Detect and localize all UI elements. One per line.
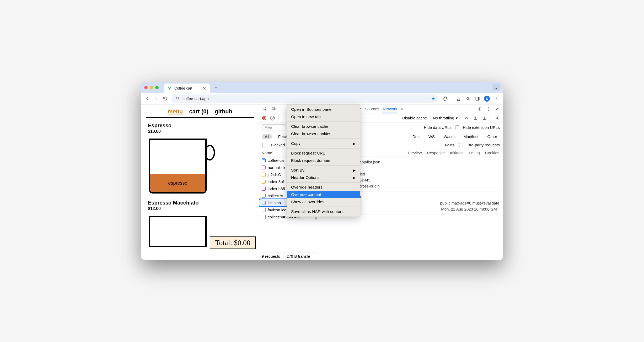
google-icon[interactable]: G <box>465 96 471 101</box>
product-name: Espresso Macchiato <box>148 200 252 206</box>
window-controls <box>144 86 159 89</box>
divider <box>278 115 279 121</box>
filter-wasm[interactable]: Wasm <box>441 134 457 139</box>
tab-sources[interactable]: Sources <box>365 107 379 111</box>
tabs-overflow-button[interactable]: ⌄ <box>492 84 500 91</box>
extensions-icon[interactable] <box>442 96 448 101</box>
product-card: Espresso $10.00 espresso <box>146 123 254 195</box>
new-tab-button[interactable]: + <box>214 85 218 91</box>
blocked-checkbox[interactable] <box>262 143 266 147</box>
submenu-arrow-icon: ▶ <box>353 168 356 172</box>
status-bar: 9 requests 279 B transfe <box>259 252 318 260</box>
menu-save-har[interactable]: Save all as HAR with content <box>287 208 360 215</box>
menu-open-new-tab[interactable]: Open in new tab <box>287 113 360 120</box>
total-button[interactable]: Total: $0.00 <box>210 236 256 249</box>
clear-button[interactable] <box>270 116 275 120</box>
menu-copy[interactable]: Copy▶ <box>287 140 360 147</box>
tab-preview[interactable]: Preview <box>408 151 422 155</box>
maximize-window-icon[interactable] <box>155 86 159 89</box>
blocked-label: Blocked <box>271 143 285 147</box>
svg-point-11 <box>497 117 498 119</box>
mug-body-icon <box>149 216 207 247</box>
forward-button[interactable] <box>154 96 159 101</box>
nav-github-link[interactable]: github <box>215 108 232 115</box>
hide-data-urls-label[interactable]: Hide data URLs <box>424 125 452 130</box>
sidepanel-icon[interactable] <box>475 96 480 101</box>
menu-block-domain[interactable]: Block request domain <box>287 157 360 164</box>
menu-override-headers[interactable]: Override headers <box>287 184 360 191</box>
tab-overflow[interactable]: » <box>401 107 403 111</box>
script-icon <box>262 180 266 184</box>
record-button[interactable] <box>262 116 266 120</box>
filter-doc[interactable]: Doc <box>410 134 422 139</box>
import-har-icon[interactable] <box>473 115 478 121</box>
tab-timing[interactable]: Timing <box>468 151 480 155</box>
filter-ws[interactable]: WS <box>426 134 437 139</box>
bookmark-star-icon[interactable]: ★ <box>432 96 435 101</box>
svg-rect-1 <box>176 98 177 99</box>
menu-override-content[interactable]: Override content <box>287 191 360 198</box>
tab-response[interactable]: Response <box>427 151 445 155</box>
svg-rect-8 <box>272 107 275 109</box>
throttling-select[interactable]: No throttling ▾ <box>431 115 460 121</box>
disable-cache-label[interactable]: Disable cache <box>402 116 427 120</box>
page-nav: menu cart (0) github <box>146 107 254 118</box>
third-party-checkbox[interactable] <box>459 143 463 147</box>
espresso-fill: espresso <box>150 174 205 192</box>
menu-separator <box>287 207 360 207</box>
menu-header-options[interactable]: Header Options▶ <box>287 174 360 181</box>
browser-tab[interactable]: Coffee cart ✕ <box>164 84 210 93</box>
site-settings-icon[interactable] <box>175 96 180 101</box>
nav-menu-link[interactable]: menu <box>168 108 183 115</box>
menu-clear-cache[interactable]: Clear browser cache <box>287 123 360 130</box>
product-card: Espresso Macchiato $12.00 <box>146 200 254 230</box>
profile-avatar[interactable] <box>484 96 490 102</box>
other-icon <box>262 215 266 219</box>
menu-open-sources[interactable]: Open in Sources panel <box>287 106 360 113</box>
menu-clear-cookies[interactable]: Clear browser cookies <box>287 130 360 137</box>
mug-graphic[interactable] <box>148 215 216 230</box>
tab-network[interactable]: Network <box>383 107 397 113</box>
close-tab-icon[interactable]: ✕ <box>203 86 206 91</box>
devtools-menu-icon[interactable]: ⋮ <box>486 106 491 112</box>
hide-ext-checkbox[interactable] <box>455 125 459 129</box>
menu-block-url[interactable]: Block request URL <box>287 150 360 157</box>
close-devtools-icon[interactable]: ✕ <box>495 106 500 112</box>
nav-cart-link[interactable]: cart (0) <box>189 108 208 115</box>
device-toolbar-icon[interactable] <box>271 106 276 112</box>
tab-title: Coffee cart <box>174 86 192 90</box>
mug-body-icon: espresso <box>149 139 207 194</box>
web-page: menu cart (0) github Espresso $10.00 esp… <box>141 104 259 260</box>
menu-separator <box>287 148 360 148</box>
menu-show-overrides[interactable]: Show all overrides <box>287 198 360 206</box>
export-har-icon[interactable] <box>482 115 487 121</box>
address-bar[interactable]: coffee-cart.app ★ <box>171 95 439 103</box>
network-conditions-icon[interactable] <box>464 115 469 121</box>
network-settings-gear-icon[interactable] <box>495 115 500 121</box>
browser-window: Coffee cart ✕ + ⌄ coffee-cart.app ★ G ⋮ … <box>141 82 503 260</box>
request-count: 9 requests <box>262 254 280 258</box>
labs-icon[interactable] <box>456 96 461 101</box>
chrome-menu-icon[interactable]: ⋮ <box>493 96 499 101</box>
third-party-label: 3rd-party requests <box>468 143 500 147</box>
filter-manifest[interactable]: Manifest <box>461 134 481 139</box>
product-price: $12.00 <box>148 206 252 211</box>
svg-rect-9 <box>275 108 276 110</box>
reload-button[interactable] <box>163 96 168 101</box>
other-icon <box>262 194 266 198</box>
filter-input[interactable] <box>262 124 286 130</box>
menu-sort-by[interactable]: Sort By▶ <box>287 167 360 174</box>
minimize-window-icon[interactable] <box>150 86 153 89</box>
tab-initiator[interactable]: Initiator <box>450 151 463 155</box>
filter-all[interactable]: All <box>262 134 272 139</box>
settings-gear-icon[interactable] <box>477 106 482 112</box>
menu-separator <box>287 165 360 166</box>
inspect-element-icon[interactable] <box>262 106 267 112</box>
filter-other[interactable]: Other <box>485 134 500 139</box>
mug-graphic[interactable]: espresso <box>148 137 216 195</box>
close-window-icon[interactable] <box>144 86 148 89</box>
other-icon <box>262 201 266 205</box>
tab-cookies[interactable]: Cookies <box>485 151 499 155</box>
back-button[interactable] <box>145 96 150 101</box>
svg-rect-0 <box>176 97 177 98</box>
